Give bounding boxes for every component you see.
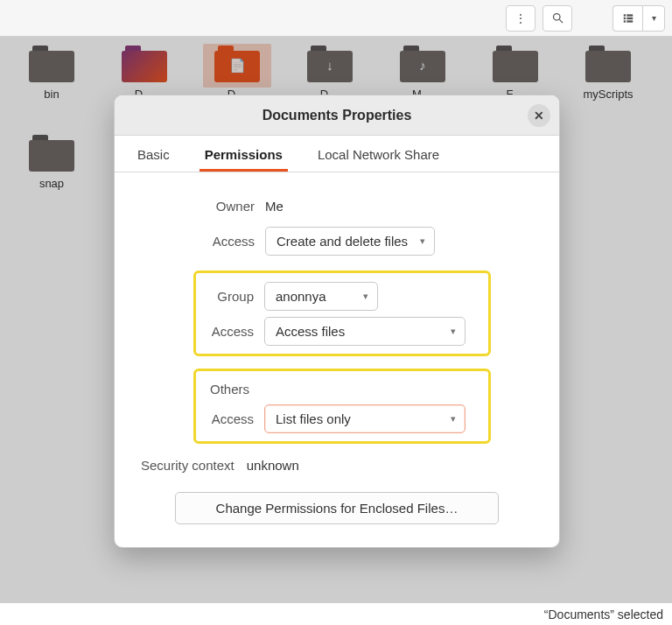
chevron-down-icon: ▾ — [420, 235, 425, 247]
folder-label: myScripts — [583, 88, 633, 101]
others-access-label: Access — [205, 411, 254, 426]
folder-icon — [585, 46, 631, 82]
close-icon: ✕ — [534, 109, 544, 123]
folder-icon — [122, 46, 167, 82]
folder-icon: ♪ — [400, 46, 445, 82]
folder-icon: 📄 — [214, 46, 260, 82]
folder-label: bin — [44, 88, 59, 101]
search-icon — [551, 11, 564, 25]
list-view-button[interactable] — [612, 5, 642, 32]
others-label: Others — [205, 382, 254, 397]
svg-rect-4 — [623, 17, 625, 18]
others-highlight: Others Access List files only ▾ — [193, 369, 491, 444]
group-access-combo[interactable]: Access files ▾ — [264, 317, 466, 346]
group-highlight: Group anonnya ▾ Access Access files ▾ — [193, 270, 491, 356]
statusbar-text: “Documents” selected — [544, 607, 663, 621]
owner-value: Me — [265, 199, 284, 214]
folder-item[interactable]: P… — [662, 46, 672, 130]
chevron-down-icon: ▾ — [451, 413, 456, 425]
folder-icon: ↓ — [307, 46, 353, 82]
chevron-down-icon: ▾ — [363, 291, 368, 302]
dialog-titlebar: Documents Properties ✕ — [115, 95, 559, 136]
dialog-title: Documents Properties — [262, 108, 412, 123]
chevron-down-icon: ▾ — [652, 13, 656, 23]
svg-rect-5 — [626, 17, 633, 18]
svg-line-1 — [559, 19, 563, 23]
owner-access-combo[interactable]: Create and delete files ▾ — [265, 227, 435, 256]
svg-rect-3 — [626, 14, 633, 16]
tab-basic[interactable]: Basic — [132, 138, 175, 172]
security-context-value: unknown — [247, 458, 299, 473]
view-switcher: ▾ — [612, 5, 665, 32]
others-access-value: List files only — [276, 411, 351, 426]
svg-rect-6 — [623, 20, 625, 22]
group-access-value: Access files — [276, 324, 345, 339]
list-icon — [622, 12, 634, 25]
group-label: Group — [205, 289, 254, 304]
folder-icon — [493, 46, 538, 82]
security-context-label: Security context — [141, 458, 234, 473]
folder-icon — [29, 46, 74, 82]
kebab-icon: ⋮ — [514, 11, 527, 25]
close-button[interactable]: ✕ — [528, 104, 550, 127]
svg-rect-2 — [623, 14, 625, 16]
tab-local-network-share[interactable]: Local Network Share — [312, 138, 444, 172]
statusbar: “Documents” selected — [0, 602, 672, 625]
view-dropdown-button[interactable]: ▾ — [642, 5, 665, 32]
search-button[interactable] — [542, 5, 572, 32]
tabstrip: Basic Permissions Local Network Share — [115, 136, 559, 172]
folder-item[interactable]: myScripts — [569, 46, 648, 130]
folder-label: snap — [39, 177, 64, 190]
svg-point-0 — [553, 14, 560, 21]
owner-access-value: Create and delete files — [276, 234, 408, 249]
dialog-body: Owner Me Access Create and delete files … — [115, 172, 559, 547]
group-combo[interactable]: anonnya ▾ — [264, 282, 378, 311]
group-value: anonnya — [276, 289, 326, 304]
change-enclosed-button[interactable]: Change Permissions for Enclosed Files… — [175, 492, 499, 524]
owner-label: Owner — [202, 199, 255, 214]
svg-rect-7 — [626, 20, 633, 22]
toolbar: ⋮ ▾ — [0, 0, 672, 37]
menu-button[interactable]: ⋮ — [506, 5, 536, 32]
others-access-combo[interactable]: List files only ▾ — [264, 404, 466, 433]
folder-item[interactable]: snap — [12, 135, 91, 219]
folder-item[interactable]: bin — [12, 46, 91, 130]
owner-access-label: Access — [202, 234, 255, 249]
properties-dialog: Documents Properties ✕ Basic Permissions… — [114, 95, 560, 548]
group-access-label: Access — [205, 324, 254, 339]
folder-icon — [29, 135, 74, 172]
tab-permissions[interactable]: Permissions — [200, 138, 288, 172]
chevron-down-icon: ▾ — [451, 326, 456, 337]
